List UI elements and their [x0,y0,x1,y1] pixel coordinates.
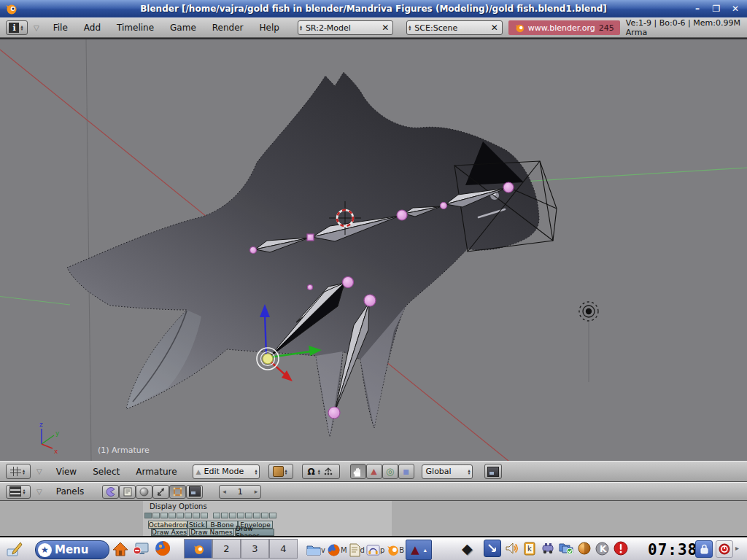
frame-stepper[interactable]: ◂ 1 ▸ [219,485,261,499]
rotate-manipulator-button[interactable]: ◎ [382,464,398,479]
armature-layer-toggle[interactable] [221,513,228,518]
menu-timeline[interactable]: Timeline [109,23,162,33]
screen-selector[interactable]: ▴▾ SR:2-Model ✕ [298,20,393,35]
power-device-tray-icon[interactable] [540,540,556,556]
draw-type-button[interactable]: ▴▾ [268,464,293,479]
pivot-stepper[interactable]: ▴▾ [317,469,322,475]
mode-dropdown[interactable]: ▲ Edit Mode ▴▾ [193,464,260,479]
draw-names-button[interactable]: Draw Names [189,529,234,536]
maximize-button[interactable]: ❐ [709,3,724,15]
panel-hide-arrow-icon[interactable]: ▸ [735,544,739,552]
editing-context-button[interactable] [169,485,186,499]
buttons-collapse-icon[interactable]: ▽ [36,488,42,496]
menu-armature[interactable]: Armature [128,467,185,477]
lock-session-button[interactable] [695,540,713,558]
armature-layer-toggle[interactable] [253,513,260,518]
menu-view[interactable]: View [48,467,85,477]
alert-tray-icon[interactable] [613,540,629,556]
volume-tray-icon[interactable] [503,540,519,556]
sync-folders-tray-icon[interactable] [558,540,574,556]
menu-game[interactable]: Game [162,23,204,33]
armature-layer-toggle[interactable] [201,513,208,518]
window-titlebar[interactable]: Blender [/home/vajra/gold fish in blende… [0,0,747,18]
armature-layer-toggle[interactable] [269,513,276,518]
menu-button[interactable]: ★ Menu [35,540,109,559]
draw-axes-button[interactable]: Draw Axes [151,529,187,536]
translate-manipulator-button[interactable]: ▲ [366,464,382,479]
scale-manipulator-button[interactable]: ■ [398,464,414,479]
display-resize-tray-icon[interactable] [484,540,501,557]
workspace-2[interactable]: 2 [212,539,241,559]
frame-right-arrow-icon[interactable]: ▸ [255,488,258,495]
logic-context-button[interactable] [102,485,119,499]
menu-help[interactable]: Help [252,23,287,33]
selected-joint[interactable] [263,354,273,364]
lamp-object[interactable] [579,302,598,382]
draw-type-stepper[interactable]: ▴▾ [284,469,289,475]
b-bone-button[interactable]: B-Bone [206,521,238,529]
menu-add[interactable]: Add [76,23,109,33]
window-type-stepper[interactable]: ▴▾ [19,25,24,31]
taskbar-clock[interactable]: 07:38 [648,541,697,559]
mode-stepper[interactable]: ▴▾ [254,469,259,475]
viewport-type-stepper[interactable]: ▴▾ [21,469,26,475]
draw-shapes-button[interactable]: Draw Shapes [235,529,274,536]
workspace-3[interactable]: 3 [241,539,269,559]
menu-select[interactable]: Select [85,467,128,477]
armature-layer-toggle[interactable] [160,513,168,518]
screen-stepper[interactable]: ▴▾ [298,25,303,31]
window-item-folder[interactable]: v [306,543,325,556]
scene-clear-icon[interactable]: ✕ [487,23,502,33]
menu-file[interactable]: File [45,23,76,33]
buttons-type-stepper[interactable]: ▴▾ [21,489,26,494]
home-launcher[interactable] [112,540,129,558]
screen-clear-icon[interactable]: ✕ [378,23,392,33]
scene-stepper[interactable]: ▴▾ [407,25,412,31]
octahedron-button[interactable]: Octahedron [148,521,187,529]
viewport-collapse-icon[interactable]: ▽ [36,467,42,475]
manipulator-toggle-button[interactable] [350,464,366,479]
render-preview-button[interactable] [484,464,502,479]
menu-render[interactable]: Render [204,23,252,33]
window-item-blender[interactable]: B [386,543,404,556]
buttons-type-button[interactable]: ▴▾ [6,485,31,499]
stick-button[interactable]: Stick [187,521,206,529]
armature-layer-toggle[interactable] [237,513,244,518]
desktop-pen-icon[interactable] [6,540,23,558]
window-item-firefox[interactable]: M [327,543,347,557]
floppy-disk-icon[interactable]: ◆ [462,540,473,556]
armature-layer-toggle[interactable] [144,513,152,518]
fish-mesh[interactable] [67,72,539,437]
script-context-button[interactable] [119,485,136,499]
klipper-tray-icon[interactable]: k [522,540,538,556]
blender-org-badge[interactable]: www.blender.org 245 [508,20,620,35]
workspace-1-active[interactable] [184,539,212,559]
search-lens-tray-icon[interactable] [576,540,592,556]
lock-screen-launcher[interactable] [132,540,150,558]
armature-layer-toggle[interactable] [177,513,184,518]
scene-context-button[interactable] [186,485,203,499]
shutdown-button[interactable] [716,540,733,558]
panels-menu[interactable]: Panels [48,486,93,497]
window-type-button[interactable]: i ▴▾ [6,20,28,35]
pivot-group[interactable]: Ω ▴▾ [302,464,340,479]
armature-layer-toggle[interactable] [185,513,192,518]
armature-layer-toggle[interactable] [193,513,200,518]
orientation-dropdown[interactable]: Global ▴▾ [422,464,473,479]
scene-selector[interactable]: ▴▾ SCE:Scene ✕ [406,20,502,35]
armature-layer-toggle[interactable] [229,513,236,518]
close-button[interactable]: ✕ [728,3,743,15]
armature-layer-toggle[interactable] [245,513,252,518]
active-window-item[interactable]: ▲ ▴ [406,540,432,560]
orientation-stepper[interactable]: ▴▾ [467,469,472,475]
armature-layer-toggle[interactable] [213,513,220,518]
firefox-launcher[interactable] [154,540,171,557]
viewport-type-button[interactable]: ▴▾ [6,464,31,479]
armature-layer-toggle[interactable] [261,513,268,518]
window-item-audio[interactable]: p [366,543,384,557]
kde-tray-icon[interactable]: K [595,540,611,556]
3d-viewport[interactable]: z y x (1) Armature [0,39,747,461]
armature-layer-toggle[interactable] [169,513,176,518]
window-item-document[interactable]: d [349,543,365,557]
workspace-4[interactable]: 4 [269,539,298,559]
